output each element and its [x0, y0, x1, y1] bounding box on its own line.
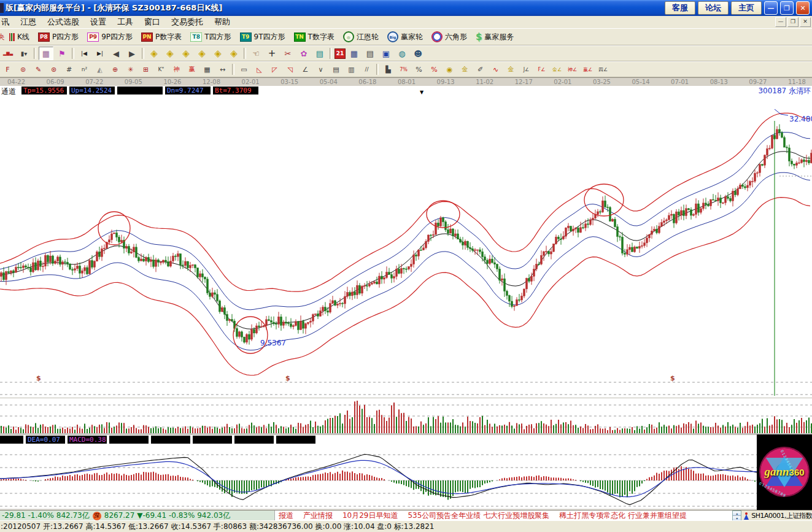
highlight-circle-annotation[interactable]: [98, 212, 130, 245]
angle-line-button[interactable]: ∠: [298, 63, 312, 76]
candle-series-icon-button[interactable]: ▂▆▃: [1, 47, 15, 60]
prev-bar-button[interactable]: ◀: [109, 47, 123, 60]
web-export-button[interactable]: ◍: [395, 47, 409, 60]
news-scroll-spinner[interactable]: ▴ ▾: [732, 511, 741, 521]
seven-pct-button[interactable]: 7%: [396, 63, 411, 76]
brush-button[interactable]: ✐: [473, 63, 487, 76]
news-item-rare-earth[interactable]: 稀土打黑专项常态化 行业兼并重组望提: [559, 511, 687, 521]
last-bar-button[interactable]: ▶|: [93, 47, 107, 60]
gold-circle-button[interactable]: ◉: [443, 63, 457, 76]
hand-tool-button[interactable]: ☜: [249, 47, 263, 60]
kline-type-dropdown[interactable]: ▮▾: [17, 47, 31, 60]
n-square-button[interactable]: n²: [77, 63, 91, 76]
pct-line-button[interactable]: %: [427, 63, 441, 76]
chart-frame-button[interactable]: ▦: [39, 47, 53, 60]
menu-settings[interactable]: 设置: [85, 17, 112, 28]
next-bar-button[interactable]: ▶: [125, 47, 139, 60]
small-grid-button[interactable]: ▤: [329, 63, 343, 76]
number-grid-button[interactable]: ▦: [200, 63, 214, 76]
calendar-button[interactable]: 21: [334, 48, 346, 59]
menu-tools[interactable]: 工具: [112, 17, 139, 28]
notepad-button[interactable]: ▤: [363, 47, 377, 60]
date-axis[interactable]: 04-2206-0907-2209-0510-2612-0802-0103-15…: [0, 77, 812, 86]
menu-trade-entrust[interactable]: 交易委托: [166, 17, 209, 28]
save-button[interactable]: ▣: [379, 47, 393, 60]
news-item-industry-intel[interactable]: 产业情报: [303, 511, 333, 521]
menu-zixun[interactable]: 讯: [0, 17, 15, 28]
box-star-button[interactable]: ⊞: [139, 63, 153, 76]
shen-tool-button[interactable]: 神: [169, 63, 184, 76]
k-mark-button[interactable]: K": [154, 63, 168, 76]
diamond-cross-button[interactable]: ◈: [226, 47, 241, 60]
p9-square-button[interactable]: P99P四方形: [83, 30, 137, 44]
spiral-tool-button[interactable]: ⊚: [16, 63, 30, 76]
news-item-baodao[interactable]: 报道: [279, 511, 293, 521]
box-fan-button[interactable]: ◹: [283, 63, 297, 76]
gold-button[interactable]: 金: [504, 63, 518, 76]
minimize-button[interactable]: —: [764, 1, 778, 15]
menu-window[interactable]: 窗口: [139, 17, 166, 28]
box-grid-button[interactable]: ▥: [344, 63, 358, 76]
hexagon-button[interactable]: 六角形: [427, 30, 471, 44]
current-index-selector[interactable]: SH1A0001,上证指数: [741, 511, 812, 521]
menu-help[interactable]: 帮助: [209, 17, 236, 28]
shen-angle-button[interactable]: 神∠: [565, 63, 579, 76]
ruler-ticks-button[interactable]: #: [62, 63, 76, 76]
f-tool-button[interactable]: F: [1, 63, 15, 76]
customer-service-button[interactable]: 客服: [665, 1, 695, 15]
analysis-flag-button[interactable]: ⚑: [55, 47, 69, 60]
volume-chart-canvas[interactable]: [0, 398, 812, 434]
highlight-circle-annotation[interactable]: [584, 184, 624, 216]
j-angle-button[interactable]: J∠: [519, 63, 533, 76]
circle-cross-button[interactable]: ⊕: [108, 63, 122, 76]
mirror-angle-button[interactable]: ◭: [93, 63, 107, 76]
winner-wheel-button[interactable]: Big赢家轮: [383, 30, 427, 44]
menu-jiangen[interactable]: 江恩: [15, 17, 42, 28]
crosshair-tool-button[interactable]: +: [265, 47, 279, 60]
news-item-morning-brief[interactable]: 10月29日早知道: [342, 511, 398, 521]
si-angle-button[interactable]: 四∠: [596, 63, 610, 76]
pen-tool-button[interactable]: ✎: [31, 63, 45, 76]
gold-angle-button[interactable]: 金∠: [550, 63, 564, 76]
kline-button[interactable]: K线: [5, 30, 34, 44]
star-grid-button[interactable]: ✳: [123, 63, 137, 76]
t-square-button[interactable]: T8T四方形: [186, 30, 235, 44]
gold-line-button[interactable]: 金: [458, 63, 472, 76]
menu-formula-stock-pick[interactable]: 公式选股: [42, 17, 85, 28]
width-measure-button[interactable]: ↔: [215, 63, 230, 76]
close-button[interactable]: ✕: [796, 1, 810, 15]
child-minimize-button[interactable]: —: [775, 17, 786, 27]
pct-button[interactable]: %: [412, 63, 426, 76]
diamond-star-button[interactable]: ◈: [211, 47, 225, 60]
winner-service-button[interactable]: $赢家服务: [471, 30, 518, 44]
forum-button[interactable]: 论坛: [698, 1, 729, 15]
parallel-lines-button[interactable]: //: [360, 63, 374, 76]
diamond-compress-button[interactable]: ◈: [195, 47, 209, 60]
p-number-table-button[interactable]: PNP数字表: [137, 30, 186, 44]
first-bar-button[interactable]: |◀: [77, 47, 91, 60]
fan-box-button[interactable]: ◸: [268, 63, 282, 76]
child-close-button[interactable]: ✕: [800, 17, 811, 27]
gann-wheel-button[interactable]: ◎江恩轮: [339, 30, 383, 44]
ying-tool-button[interactable]: 赢: [185, 63, 199, 76]
v-line-button[interactable]: ∨: [314, 63, 328, 76]
macd-chart-canvas[interactable]: [0, 444, 812, 510]
rays-button[interactable]: ◺: [252, 63, 266, 76]
calculator-button[interactable]: ▦: [347, 47, 362, 60]
child-restore-button[interactable]: ❐: [787, 17, 798, 27]
p-square-button[interactable]: P8P四方形: [34, 30, 83, 44]
ying-angle-button[interactable]: 赢∠: [581, 63, 595, 76]
t-number-table-button[interactable]: TNT数字表: [290, 30, 339, 44]
stats-bars-button[interactable]: ▙: [381, 63, 395, 76]
box-select-button[interactable]: ▭: [237, 63, 251, 76]
news-item-earnings[interactable]: 535公司预告全年业绩 七大行业预增股聚集: [408, 511, 549, 521]
price-chart-canvas[interactable]: 32.48009.5367$$$: [0, 95, 812, 398]
homepage-button[interactable]: 主页: [731, 1, 762, 15]
flower-tool-button[interactable]: ✿: [296, 47, 311, 60]
wave-button[interactable]: ∿: [489, 63, 503, 76]
diamond-left-arrow-button[interactable]: ◈: [147, 47, 161, 60]
restore-button[interactable]: ❐: [780, 1, 794, 15]
measure-tool-button[interactable]: ✂: [280, 47, 295, 60]
diamond-right-arrow-button[interactable]: ◈: [163, 47, 177, 60]
cycle-tool-button[interactable]: ▤: [312, 47, 327, 60]
